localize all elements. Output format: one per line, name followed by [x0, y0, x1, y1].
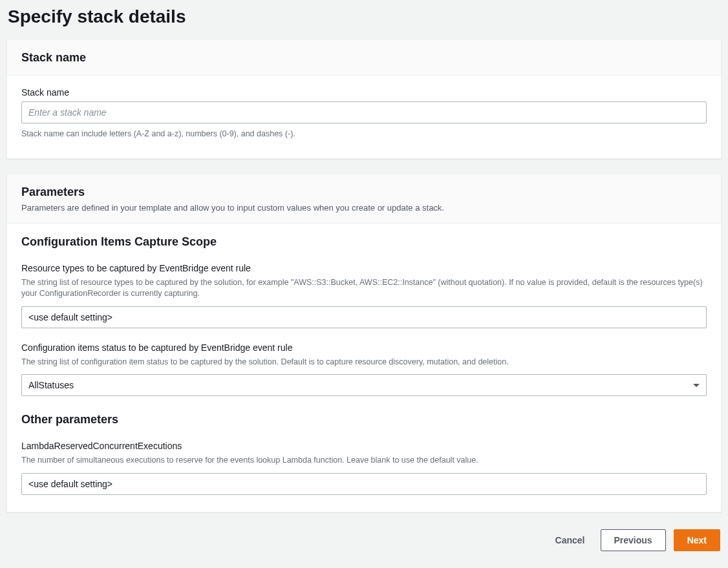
- resource-types-label: Resource types to be captured by EventBr…: [21, 263, 707, 273]
- stack-name-panel: Stack name Stack name Stack name can inc…: [6, 39, 722, 159]
- parameters-heading: Parameters: [21, 185, 707, 199]
- page-title: Specify stack details: [8, 6, 722, 27]
- statuses-select[interactable]: AllStatuses: [21, 374, 707, 396]
- resource-types-desc: The string list of resource types to be …: [21, 277, 707, 300]
- parameters-subtext: Parameters are defined in your template …: [21, 203, 707, 213]
- scope-heading: Configuration Items Capture Scope: [21, 235, 707, 249]
- parameters-panel: Parameters Parameters are defined in you…: [6, 173, 722, 512]
- footer-actions: Cancel Previous Next: [6, 527, 722, 558]
- stack-name-hint: Stack name can include letters (A-Z and …: [21, 129, 707, 140]
- lambda-label: LambdaReservedConcurrentExecutions: [21, 441, 707, 451]
- other-params-heading: Other parameters: [21, 413, 707, 426]
- stack-name-label: Stack name: [21, 87, 707, 98]
- stack-name-heading: Stack name: [21, 51, 707, 65]
- next-button[interactable]: Next: [674, 529, 720, 551]
- statuses-desc: The string list of configuration item st…: [21, 357, 707, 368]
- stack-name-input[interactable]: [21, 101, 707, 123]
- lambda-desc: The number of simultaneous executions to…: [21, 455, 707, 467]
- previous-button[interactable]: Previous: [601, 529, 666, 551]
- resource-types-input[interactable]: [21, 306, 707, 328]
- stack-name-panel-header: Stack name: [7, 39, 721, 76]
- statuses-label: Configuration items status to be capture…: [21, 342, 707, 353]
- parameters-panel-header: Parameters Parameters are defined in you…: [7, 174, 721, 224]
- cancel-button[interactable]: Cancel: [548, 529, 593, 551]
- lambda-input[interactable]: [21, 473, 707, 495]
